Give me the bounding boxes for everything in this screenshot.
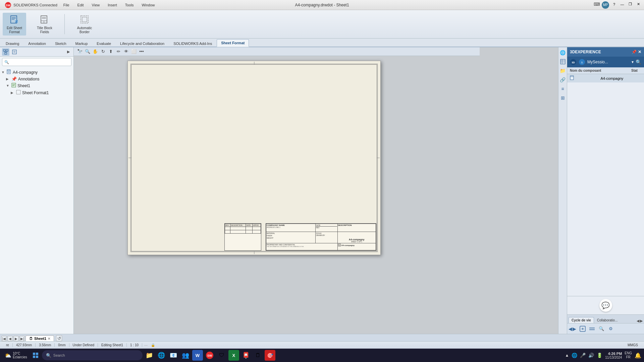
tab-sketch[interactable]: Sketch: [51, 40, 71, 47]
last-sheet-button[interactable]: ▶|: [19, 336, 25, 341]
command-search-icon[interactable]: ⌨: [594, 1, 600, 7]
panel-expand-button[interactable]: ▶: [65, 49, 71, 55]
next-sheet-button[interactable]: ▶: [13, 336, 19, 341]
system-clock[interactable]: 4:26 PM 11/13/2024: [605, 352, 622, 359]
menu-file[interactable]: File: [62, 2, 71, 8]
feature-tree-icon[interactable]: [2, 48, 9, 56]
start-button[interactable]: [31, 350, 41, 361]
folder-icon[interactable]: 📁: [559, 67, 567, 75]
tree-item-sheetformat1[interactable]: ▶ Sheet Format1: [0, 89, 73, 96]
taskbar-teams[interactable]: 👥: [180, 350, 191, 361]
grid-icon[interactable]: ⊞: [559, 94, 567, 102]
expand-sheet1-icon[interactable]: ▼: [6, 84, 10, 87]
menu-view[interactable]: View: [91, 2, 101, 8]
sketch-entities-icon[interactable]: ✏: [115, 48, 122, 55]
automatic-border-button[interactable]: AutomaticBorder: [73, 13, 96, 36]
tab-sheet-format[interactable]: Sheet Format: [217, 39, 249, 47]
tab-right-arrow[interactable]: ▶: [640, 319, 643, 323]
sheet-tab-1[interactable]: 🗒 Sheet1 ✕: [25, 336, 54, 341]
restore-button[interactable]: ❐: [627, 1, 633, 7]
session-dropdown-icon[interactable]: ▾: [632, 60, 634, 64]
taskbar-vpn[interactable]: 🛡: [216, 350, 227, 361]
user-avatar[interactable]: MP: [602, 1, 609, 9]
help-icon[interactable]: ?: [611, 1, 617, 7]
expand-annotations-icon[interactable]: ▶: [6, 77, 10, 81]
network-icon[interactable]: 🔗: [559, 76, 567, 84]
weather-widget[interactable]: ⛅ 10°C Éclaircies: [3, 350, 29, 360]
rbt-icon-2[interactable]: [588, 324, 596, 333]
tab-markup[interactable]: Markup: [71, 40, 92, 47]
panel-search-input[interactable]: [2, 58, 71, 66]
add-sheet-button[interactable]: ↺: [56, 335, 62, 341]
tab-solidworks-addins[interactable]: SOLIDWORKS Add-Ins: [169, 40, 216, 47]
taskbar-onenote[interactable]: 🗒: [253, 350, 263, 361]
zoom-to-fit-icon[interactable]: 🔭: [76, 48, 83, 55]
tray-mic-icon[interactable]: 🎤: [580, 353, 586, 358]
tab-collaboration[interactable]: Collaboratio...: [594, 317, 621, 323]
taskbar-browser[interactable]: 🌐: [156, 350, 167, 361]
taskbar-mail[interactable]: 📧: [168, 350, 179, 361]
menu-insert[interactable]: Insert: [106, 2, 118, 8]
language-indicator[interactable]: ENG FR: [625, 351, 632, 359]
tray-up-arrow-icon[interactable]: ▲: [565, 353, 569, 358]
tree-item-root[interactable]: ▼ A4-compagny: [0, 69, 73, 76]
first-sheet-button[interactable]: |◀: [1, 336, 7, 341]
close-button[interactable]: ✕: [635, 1, 641, 7]
session-search-icon[interactable]: 🔍: [636, 59, 641, 65]
tray-battery-icon[interactable]: 🔋: [597, 353, 602, 358]
edit-sheet-format-button[interactable]: Edit SheetFormat: [3, 13, 26, 36]
taskbar-outlook[interactable]: 📮: [240, 350, 251, 361]
canvas-area[interactable]: 🔭 🔍 ✋ ↻ ⬆ ✏ 👁 ⬜ •••: [74, 47, 567, 334]
next-arrow-icon[interactable]: ▶: [573, 326, 576, 331]
right-panel-pin-icon[interactable]: 📌: [632, 50, 637, 54]
tab-lifecycle[interactable]: Lifecycle and Collaboration: [116, 40, 169, 47]
taskbar-file-explorer[interactable]: 📁: [144, 350, 155, 361]
select-icon[interactable]: ⬆: [107, 48, 114, 55]
tab-cycle-de-vie[interactable]: Cycle de vie: [569, 317, 594, 323]
prev-sheet-button[interactable]: ◀: [7, 336, 13, 341]
sheet-tab-close-icon[interactable]: ✕: [48, 337, 50, 341]
menu-window[interactable]: Window: [140, 2, 156, 8]
chat-icon[interactable]: 💬: [599, 299, 612, 312]
sheet-tab-label: Sheet1: [34, 337, 46, 341]
taskbar-excel[interactable]: X: [228, 350, 239, 361]
expand-sheetformat-icon[interactable]: ▶: [11, 91, 15, 95]
tree-item-sheet1[interactable]: ▼ Sheet1: [0, 82, 73, 89]
tab-drawing[interactable]: Drawing: [1, 40, 23, 47]
taskbar-search-bar[interactable]: 🔍 Search: [42, 350, 143, 360]
rotate-icon[interactable]: ↻: [100, 48, 106, 55]
taskbar-word[interactable]: W: [192, 350, 203, 361]
tray-sound-icon[interactable]: 🔊: [588, 353, 594, 358]
chat-bubble[interactable]: 💬: [567, 296, 644, 314]
zoom-in-icon[interactable]: 🔍: [84, 48, 91, 55]
properties-icon[interactable]: [11, 48, 18, 56]
sw-logo[interactable]: SW SOLIDWORKS Connected: [3, 1, 59, 9]
title-block-fields-button[interactable]: Title BlockFields: [33, 13, 56, 36]
minimize-button[interactable]: —: [619, 1, 625, 7]
notification-icon[interactable]: 🔔: [635, 352, 641, 359]
tree-item-annotations[interactable]: ▶ 📌 Annotations: [0, 76, 73, 82]
taskbar-solidworks[interactable]: SW: [204, 350, 215, 361]
rbt-icon-3[interactable]: 🔍: [597, 324, 606, 333]
list-icon[interactable]: ≡: [559, 85, 567, 93]
tab-annotation[interactable]: Annotation: [24, 40, 50, 47]
prev-arrow-icon[interactable]: ◀: [569, 326, 572, 331]
session-label[interactable]: MySessio...: [587, 60, 630, 64]
tab-evaluate[interactable]: Evaluate: [92, 40, 115, 47]
rbt-icon-1[interactable]: [578, 324, 587, 333]
right-table-row[interactable]: A4-compagny: [567, 74, 644, 82]
display-style-icon[interactable]: 👁: [123, 48, 129, 55]
view-orientation-icon[interactable]: ⬜: [130, 48, 137, 55]
tray-network-icon[interactable]: 🌐: [572, 353, 577, 358]
table-panel-icon[interactable]: [559, 58, 567, 66]
menu-tools[interactable]: Tools: [124, 2, 135, 8]
more-tools-icon[interactable]: •••: [138, 48, 145, 55]
rbt-icon-4[interactable]: ⚙: [606, 324, 615, 333]
taskbar-red-app[interactable]: 🎯: [265, 350, 275, 361]
pan-icon[interactable]: ✋: [92, 48, 99, 55]
globe-icon[interactable]: 🌐: [559, 49, 567, 57]
tab-left-arrow[interactable]: ◀: [637, 319, 639, 323]
expand-icon[interactable]: ▼: [1, 70, 5, 74]
menu-edit[interactable]: Edit: [76, 2, 85, 8]
right-panel-close-icon[interactable]: ✕: [638, 50, 641, 54]
